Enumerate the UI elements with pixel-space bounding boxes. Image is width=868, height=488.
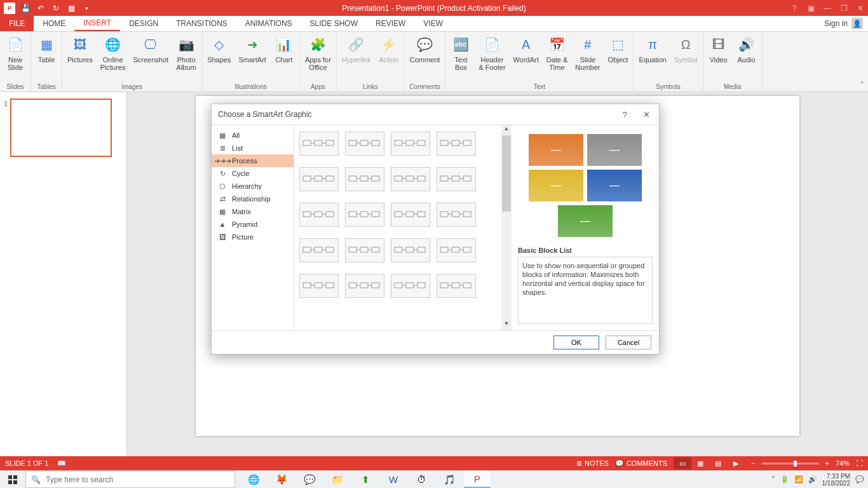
smartart-thumbnail[interactable] <box>299 132 339 156</box>
tab-home[interactable]: HOME <box>34 16 74 31</box>
smartart-thumbnail[interactable] <box>299 203 339 227</box>
audio-button[interactable]: 🔊Audio <box>734 33 759 65</box>
volume-icon[interactable]: 🔊 <box>808 475 817 484</box>
smartart-button[interactable]: ➜SmartArt <box>236 33 268 65</box>
object-button[interactable]: ⬚Object <box>605 33 630 65</box>
qat-customize-icon[interactable]: ▾ <box>81 3 92 13</box>
smartart-thumbnail[interactable] <box>345 238 384 262</box>
smartart-thumbnail[interactable] <box>299 274 339 298</box>
category-cycle[interactable]: ↻Cycle <box>212 167 294 180</box>
smartart-thumbnail[interactable] <box>437 203 476 227</box>
taskbar-search[interactable]: 🔍 Type here to search <box>25 471 235 488</box>
table-button[interactable]: ▦Table <box>34 33 59 65</box>
category-pyramid[interactable]: ▲Pyramid <box>212 218 294 231</box>
date-time-button[interactable]: 📅Date & Time <box>544 33 571 72</box>
itunes-icon[interactable]: 🎵 <box>436 471 463 488</box>
wifi-icon[interactable]: 📶 <box>794 475 803 484</box>
zoom-in-icon[interactable]: + <box>825 459 829 467</box>
zoom-out-icon[interactable]: − <box>751 459 755 467</box>
tab-transitions[interactable]: TRANSITIONS <box>167 16 236 31</box>
category-picture[interactable]: 🖼Picture <box>212 231 294 243</box>
slideshow-view-icon[interactable]: ▶ <box>727 458 745 469</box>
start-from-beginning-icon[interactable]: ▦ <box>66 3 76 13</box>
messenger-icon[interactable]: 💬 <box>296 471 323 488</box>
smartart-thumbnail[interactable] <box>299 238 339 262</box>
start-button[interactable] <box>0 471 25 488</box>
fit-to-window-icon[interactable]: ⛶ <box>856 459 863 467</box>
video-button[interactable]: 🎞Video <box>706 33 731 65</box>
category-list[interactable]: ≣List <box>212 142 294 154</box>
ok-button[interactable]: OK <box>553 336 599 349</box>
smartart-thumbnail[interactable] <box>437 132 476 156</box>
close-icon[interactable]: ✕ <box>855 4 865 13</box>
reading-view-icon[interactable]: ▤ <box>709 458 727 469</box>
powerpoint-taskbar-icon[interactable]: P <box>464 471 491 488</box>
cancel-button[interactable]: Cancel <box>606 336 651 349</box>
battery-icon[interactable]: 🔋 <box>780 475 789 484</box>
spellcheck-icon[interactable]: 📖 <box>57 459 66 468</box>
category-all[interactable]: ▦All <box>212 129 294 142</box>
gallery-scrollbar[interactable]: ▲ ▼ <box>501 125 512 330</box>
category-process[interactable]: ➜➜➜Process <box>212 154 294 167</box>
scroll-down-icon[interactable]: ▼ <box>501 320 512 330</box>
smartart-thumbnail[interactable] <box>391 132 430 156</box>
smartart-thumbnail[interactable] <box>437 167 476 191</box>
photo-album-button[interactable]: 📷Photo Album <box>173 33 199 72</box>
slide-number-button[interactable]: #Slide Number <box>573 33 602 72</box>
smartart-thumbnail[interactable] <box>437 238 476 262</box>
wordart-button[interactable]: AWordArt <box>511 33 541 65</box>
tab-animations[interactable]: ANIMATIONS <box>236 16 301 31</box>
slide-thumbnail[interactable] <box>10 98 112 157</box>
firefox-icon[interactable]: 🦊 <box>268 471 295 488</box>
equation-button[interactable]: πEquation <box>636 33 668 65</box>
scroll-up-icon[interactable]: ▲ <box>501 125 512 135</box>
tab-design[interactable]: DESIGN <box>120 16 167 31</box>
shapes-button[interactable]: ◇Shapes <box>205 33 233 65</box>
smartart-thumbnail[interactable] <box>299 167 339 191</box>
apps-button[interactable]: 🧩Apps for Office <box>302 33 334 72</box>
notes-button[interactable]: ≣ NOTES <box>576 459 609 468</box>
textbox-button[interactable]: 🔤Text Box <box>448 33 473 72</box>
close-icon[interactable]: ✕ <box>640 110 653 119</box>
chart-button[interactable]: 📊Chart <box>271 33 297 65</box>
ribbon-display-icon[interactable]: ▣ <box>806 4 816 13</box>
smartart-thumbnail[interactable] <box>391 238 430 262</box>
taskbar-clock[interactable]: 7:33 PM 1/18/2022 <box>822 473 851 487</box>
zoom-thumb[interactable] <box>794 461 797 466</box>
new-slide-button[interactable]: 📄New Slide <box>3 33 28 72</box>
slide-thumbnail-wrap[interactable]: 1 <box>4 98 123 157</box>
pictures-button[interactable]: 🖼Pictures <box>65 33 95 65</box>
tab-insert[interactable]: INSERT <box>74 16 120 31</box>
scroll-thumb[interactable] <box>502 135 511 212</box>
clock-icon[interactable]: ⏱ <box>408 471 435 488</box>
tab-slideshow[interactable]: SLIDE SHOW <box>301 16 367 31</box>
help-icon[interactable]: ? <box>618 110 631 119</box>
tray-chevron-icon[interactable]: ˄ <box>771 475 775 484</box>
save-icon[interactable]: 💾 <box>20 3 31 13</box>
tab-view[interactable]: VIEW <box>414 16 452 31</box>
category-hierarchy[interactable]: ⬡Hierarchy <box>212 180 294 193</box>
smartart-thumbnail[interactable] <box>391 167 430 191</box>
help-icon[interactable]: ? <box>789 4 799 13</box>
upwork-icon[interactable]: ⬆ <box>352 471 379 488</box>
comments-button[interactable]: 💬 COMMENTS <box>615 459 667 468</box>
smartart-thumbnail[interactable] <box>345 274 384 298</box>
comment-button[interactable]: 💬Comment <box>407 33 443 65</box>
smartart-thumbnail[interactable] <box>345 132 384 156</box>
category-relationship[interactable]: ⇄Relationship <box>212 193 294 205</box>
smartart-thumbnail[interactable] <box>345 203 384 227</box>
screenshot-button[interactable]: 🖵Screenshot <box>131 33 172 65</box>
zoom-slider[interactable] <box>762 463 819 464</box>
undo-icon[interactable]: ↶ <box>36 3 46 13</box>
normal-view-icon[interactable]: ▭ <box>674 458 691 469</box>
word-icon[interactable]: W <box>380 471 407 488</box>
redo-icon[interactable]: ↻ <box>51 3 61 13</box>
tab-file[interactable]: FILE <box>0 16 34 31</box>
zoom-level[interactable]: 74% <box>836 459 850 467</box>
smartart-thumbnail[interactable] <box>345 167 384 191</box>
smartart-thumbnail[interactable] <box>437 274 476 298</box>
chrome-icon[interactable]: 🌐 <box>240 471 267 488</box>
online-pictures-button[interactable]: 🌐Online Pictures <box>98 33 128 72</box>
restore-icon[interactable]: ❐ <box>839 4 849 13</box>
smartart-thumbnail[interactable] <box>391 203 430 227</box>
